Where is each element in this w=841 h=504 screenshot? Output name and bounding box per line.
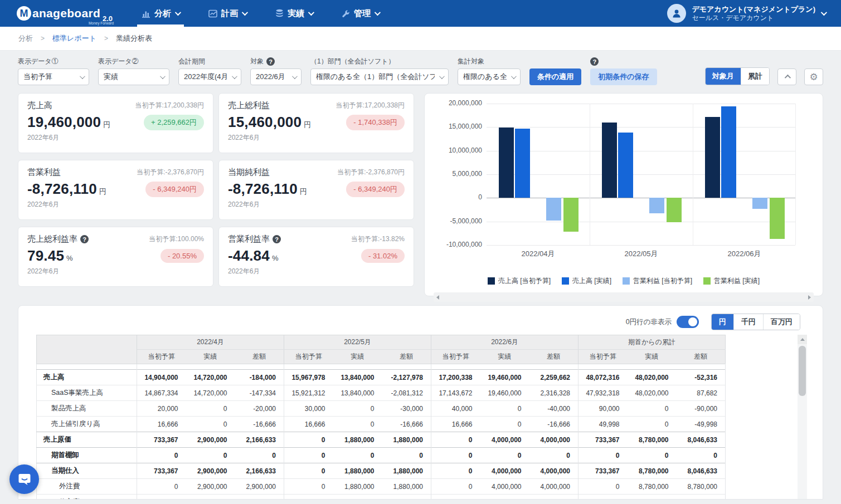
filter-select-5[interactable]: 権限のある全タグ bbox=[458, 68, 521, 85]
save-initial-conditions-button[interactable]: 初期条件の保存 bbox=[590, 68, 657, 85]
nav-item-計画[interactable]: 計画 bbox=[194, 0, 261, 27]
kpi-value: 79.45% bbox=[27, 247, 73, 265]
manageboard-logo[interactable]: M anageboard 2.0 Money Forward bbox=[0, 0, 127, 27]
filter-select-4[interactable]: 権限のある全（1）部門（全会計ソフト） bbox=[310, 68, 449, 85]
bar-営業利益 [実績][interactable] bbox=[563, 198, 579, 232]
collapse-panel-button[interactable] bbox=[777, 68, 796, 85]
kpi-diff-badge: - 1,740,338円 bbox=[346, 115, 405, 130]
filter-select-value: 当初予算 bbox=[23, 72, 52, 82]
hide-zero-rows-toggle[interactable]: 0円行の非表示 bbox=[626, 316, 699, 328]
cell-value: -733,367 bbox=[677, 495, 726, 500]
scroll-right-icon[interactable] bbox=[808, 295, 811, 300]
column-group-header: 2022/5月 bbox=[284, 335, 431, 350]
period-mode-toggle: 対象月累計 bbox=[705, 67, 770, 85]
table-row[interactable]: 売上原価733,3672,900,0002,166,63301,880,0001… bbox=[37, 432, 726, 448]
bar-営業利益 [当初予算][interactable] bbox=[649, 198, 664, 213]
table-row[interactable]: 製品売上高20,0000-20,00030,0000-30,00040,0000… bbox=[37, 401, 726, 417]
kpi-card-title: 売上高 bbox=[27, 100, 52, 111]
performance-table: 2022/4月2022/5月2022/6月期首からの累計当初予算実績差額当初予算… bbox=[36, 335, 726, 500]
nav-item-実績[interactable]: 実績 bbox=[261, 0, 327, 27]
filter-select-0[interactable]: 当初予算 bbox=[18, 68, 89, 85]
filter-label-text: 会計期間 bbox=[178, 57, 205, 66]
unit-option-0[interactable]: 円 bbox=[712, 314, 733, 330]
settings-button[interactable]: ⚙ bbox=[804, 68, 823, 85]
legend-label: 営業利益 [実績] bbox=[714, 276, 760, 286]
breadcrumb-standard-report[interactable]: 標準レポート bbox=[52, 33, 96, 43]
bar-営業利益 [当初予算][interactable] bbox=[752, 198, 767, 209]
cell-value: 40,000 bbox=[431, 401, 480, 417]
filter-select-2[interactable]: 2022年度(4月1... bbox=[178, 68, 241, 85]
bar-売上高 [当初予算][interactable] bbox=[705, 117, 720, 198]
toggle-switch[interactable] bbox=[677, 316, 699, 328]
hide-zero-rows-label: 0円行の非表示 bbox=[626, 317, 672, 327]
nav-item-分析[interactable]: 分析 bbox=[127, 0, 194, 27]
legend-swatch bbox=[703, 277, 711, 285]
bar-売上高 [実績][interactable] bbox=[618, 133, 633, 198]
cell-value: 8,046,633 bbox=[677, 432, 726, 448]
bar-売上高 [当初予算][interactable] bbox=[499, 128, 514, 198]
filter-label-text: （1）部門（全会計ソフト） bbox=[310, 57, 395, 66]
chevron-down-icon bbox=[308, 9, 314, 16]
scrollbar-thumb[interactable] bbox=[799, 346, 806, 396]
table-vertical-scrollbar[interactable] bbox=[798, 335, 807, 499]
y-axis-tick-label: -10,000,000 bbox=[434, 241, 482, 248]
bar-売上高 [実績][interactable] bbox=[721, 106, 736, 198]
cell-value: 14,904,000 bbox=[137, 370, 186, 385]
legend-item-0[interactable]: 売上高 [当初予算] bbox=[488, 276, 551, 286]
table-row[interactable]: 当期仕入733,3672,900,0002,166,63301,880,0001… bbox=[37, 463, 726, 479]
bar-chart: 20,000,00015,000,00010,000,0005,000,0000… bbox=[487, 104, 796, 245]
period-mode-option-1[interactable]: 累計 bbox=[741, 68, 769, 85]
column-group-header: 2022/6月 bbox=[431, 335, 579, 350]
scroll-left-icon[interactable] bbox=[436, 295, 439, 300]
legend-item-2[interactable]: 営業利益 [当初予算] bbox=[623, 276, 692, 286]
filter-group-0: 表示データ①当初予算 bbox=[18, 57, 89, 85]
period-mode-option-0[interactable]: 対象月 bbox=[706, 68, 741, 85]
cell-value: 1,880,000 bbox=[382, 463, 431, 479]
spacer-cell bbox=[529, 364, 579, 370]
filter-select-1[interactable]: 実績 bbox=[98, 68, 169, 85]
apply-conditions-button[interactable]: 条件の適用 bbox=[529, 68, 581, 85]
legend-item-1[interactable]: 売上高 [実績] bbox=[562, 276, 611, 286]
nav-item-管理[interactable]: 管理 bbox=[327, 0, 393, 27]
kpi-period: 2022年6月 bbox=[228, 267, 405, 276]
breadcrumb-analysis[interactable]: 分析 bbox=[18, 33, 33, 43]
bar-売上高 [当初予算][interactable] bbox=[602, 123, 617, 198]
cell-value: 17,200,338 bbox=[431, 370, 480, 385]
toggle-knob bbox=[688, 317, 697, 326]
table-row[interactable]: 売上高14,904,00014,720,000-184,00015,967,97… bbox=[37, 370, 726, 385]
sub-column-header: 実績 bbox=[480, 350, 529, 364]
row-label: 製品売上高 bbox=[37, 401, 137, 417]
cell-value: 15,967,978 bbox=[284, 370, 333, 385]
kpi-title-text: 売上総利益 bbox=[228, 100, 270, 111]
cell-value: 14,720,000 bbox=[186, 370, 235, 385]
bar-売上高 [実績][interactable] bbox=[515, 129, 530, 198]
table-row[interactable]: 期首棚卸000000000000 bbox=[37, 448, 726, 463]
help-icon[interactable]: ? bbox=[266, 57, 275, 66]
legend-item-3[interactable]: 営業利益 [実績] bbox=[703, 276, 760, 286]
help-icon[interactable]: ? bbox=[590, 57, 599, 66]
filter-select-3[interactable]: 2022/6月 bbox=[250, 68, 302, 85]
bar-営業利益 [実績][interactable] bbox=[667, 198, 682, 222]
kpi-period: 2022年6月 bbox=[27, 267, 204, 276]
top-bar: M anageboard 2.0 Money Forward 分析計画実績管理 … bbox=[0, 0, 841, 27]
table-row[interactable]: 仕入高733,3670-733,367000000733,3670-733,36… bbox=[37, 495, 726, 500]
help-icon[interactable]: ? bbox=[80, 235, 89, 243]
unit-option-1[interactable]: 千円 bbox=[733, 314, 763, 330]
table-row[interactable]: 外注費02,900,0002,900,00001,880,0001,880,00… bbox=[37, 479, 726, 495]
kpi-card-4: 売上総利益率?当初予算:100.00%79.45%- 20.55%2022年6月 bbox=[18, 227, 213, 287]
table-row[interactable]: SaaS事業売上高14,867,33414,720,000-147,33415,… bbox=[37, 385, 726, 401]
unit-option-2[interactable]: 百万円 bbox=[763, 314, 800, 330]
account-menu[interactable]: デモアカウント(マネジメントプラン) セールス・デモアカウント bbox=[652, 0, 841, 27]
cell-value: 19,460,000 bbox=[480, 385, 529, 401]
chart-horizontal-scrollbar[interactable] bbox=[434, 292, 814, 302]
bar-chart-icon bbox=[142, 9, 150, 18]
help-icon[interactable]: ? bbox=[273, 235, 281, 243]
table-row[interactable]: 売上値引戻り高16,6660-16,66616,6660-16,66616,66… bbox=[37, 417, 726, 432]
spacer-cell bbox=[333, 364, 382, 370]
cell-value: 1,880,000 bbox=[382, 479, 431, 495]
bar-営業利益 [実績][interactable] bbox=[770, 198, 785, 239]
bar-営業利益 [当初予算][interactable] bbox=[546, 198, 561, 221]
chat-support-button[interactable] bbox=[9, 464, 39, 494]
kpi-card-mid: 79.45%- 20.55% bbox=[27, 247, 204, 265]
scroll-up-button[interactable] bbox=[798, 335, 807, 344]
